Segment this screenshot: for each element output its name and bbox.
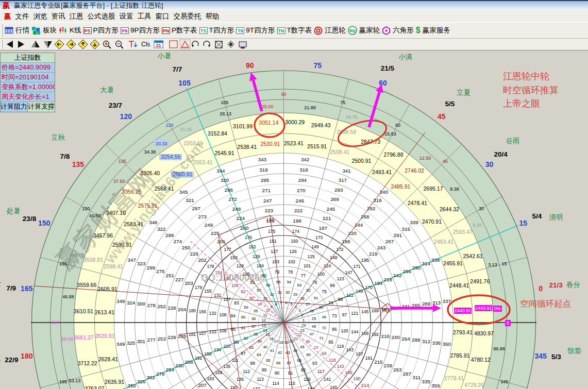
svg-text:126: 126 (290, 249, 297, 254)
svg-text:179: 179 (195, 285, 202, 290)
svg-text:221: 221 (323, 215, 331, 221)
svg-text:2470.91: 2470.91 (422, 218, 442, 225)
svg-text:251: 251 (166, 273, 174, 278)
svg-text:131: 131 (214, 293, 221, 298)
svg-text:90: 90 (281, 92, 286, 97)
svg-text:60: 60 (395, 123, 400, 128)
svg-text:44: 44 (293, 348, 297, 353)
svg-text:104: 104 (257, 263, 264, 268)
svg-text:23/7: 23/7 (109, 102, 122, 109)
svg-text:247: 247 (263, 198, 272, 204)
svg-text:66: 66 (276, 361, 280, 365)
svg-text:150: 150 (82, 206, 90, 211)
svg-text:20/4: 20/4 (494, 150, 508, 158)
svg-text:46.88: 46.88 (62, 294, 74, 299)
svg-text:18: 18 (279, 340, 283, 345)
svg-text:60: 60 (379, 79, 387, 87)
svg-text:302: 302 (147, 375, 155, 380)
svg-text:295: 295 (261, 177, 270, 183)
svg-text:65: 65 (266, 358, 270, 363)
svg-text:69: 69 (306, 352, 310, 357)
svg-text:96.88: 96.88 (493, 346, 505, 351)
svg-text:57: 57 (257, 288, 261, 293)
svg-text:326: 326 (137, 379, 146, 384)
svg-text:39: 39 (258, 339, 262, 344)
svg-text:205: 205 (178, 333, 187, 339)
svg-text:320: 320 (221, 177, 229, 183)
svg-text:141: 141 (324, 377, 331, 382)
svg-text:73: 73 (332, 313, 337, 318)
svg-text:7/9: 7/9 (6, 284, 16, 292)
svg-text:274: 274 (174, 239, 182, 244)
svg-text:120: 120 (341, 328, 348, 333)
svg-text:133: 133 (209, 329, 216, 334)
svg-text:290: 290 (412, 265, 421, 270)
svg-text:2455.91: 2455.91 (443, 260, 463, 266)
svg-text:245: 245 (327, 206, 335, 212)
svg-text:54: 54 (287, 280, 291, 284)
svg-text:350: 350 (128, 383, 137, 388)
svg-text:278: 278 (156, 371, 165, 377)
svg-text:118: 118 (329, 358, 336, 363)
svg-text:293: 293 (334, 187, 343, 193)
svg-text:91: 91 (288, 370, 293, 376)
svg-text:18.75: 18.75 (346, 114, 358, 120)
svg-text:160: 160 (230, 385, 238, 389)
svg-text:202: 202 (198, 257, 206, 263)
svg-text:29: 29 (293, 292, 297, 297)
svg-text:117: 117 (317, 369, 325, 374)
svg-text:6.25: 6.25 (473, 223, 482, 228)
svg-text:180: 180 (52, 320, 59, 325)
svg-text:2500.91: 2500.91 (351, 158, 371, 164)
svg-text:45: 45 (438, 112, 446, 121)
svg-text:165: 165 (21, 284, 33, 293)
svg-text:109: 109 (219, 328, 226, 333)
svg-text:93: 93 (312, 361, 317, 366)
svg-text:206: 206 (184, 359, 193, 365)
svg-text:25.00: 25.00 (262, 104, 274, 109)
svg-text:52: 52 (306, 288, 310, 293)
svg-text:113: 113 (257, 377, 264, 382)
svg-text:246: 246 (296, 198, 305, 204)
svg-text:2493.41: 2493.41 (372, 169, 392, 175)
svg-text:153: 153 (230, 255, 238, 260)
svg-text:96: 96 (332, 327, 337, 332)
svg-text:立夏: 立夏 (457, 89, 471, 96)
svg-text:77: 77 (301, 273, 306, 278)
svg-text:36: 36 (251, 316, 256, 321)
svg-text:2: 2 (301, 313, 303, 317)
svg-text:313: 313 (432, 300, 441, 306)
svg-text:287: 287 (403, 371, 411, 377)
svg-text:339: 339 (410, 219, 418, 225)
svg-text:268: 268 (361, 214, 369, 219)
svg-text:242: 242 (393, 273, 401, 278)
svg-text:273: 273 (198, 214, 207, 219)
svg-text:107: 107 (224, 297, 231, 302)
svg-text:43: 43 (285, 350, 290, 355)
svg-text:155: 155 (205, 289, 212, 294)
svg-text:170: 170 (365, 285, 373, 290)
svg-text:26: 26 (310, 309, 314, 313)
svg-text:134: 134 (214, 347, 221, 352)
svg-text:146: 146 (356, 289, 363, 294)
svg-text:7: 7 (280, 300, 282, 305)
svg-text:4: 4 (295, 305, 297, 309)
svg-text:272: 272 (228, 196, 237, 202)
svg-text:166: 166 (345, 370, 352, 375)
svg-text:58: 58 (249, 296, 254, 300)
svg-text:谷雨: 谷雨 (506, 137, 519, 145)
svg-text:75: 75 (340, 100, 345, 105)
svg-text:15.63: 15.63 (384, 131, 396, 137)
svg-text:11: 11 (263, 313, 267, 317)
svg-text:34: 34 (258, 302, 262, 307)
svg-text:203: 203 (184, 280, 193, 286)
svg-text:28.13: 28.13 (220, 111, 231, 116)
svg-text:214: 214 (361, 382, 369, 388)
svg-text:87: 87 (241, 351, 246, 356)
svg-text:348: 348 (116, 298, 125, 304)
svg-text:春分: 春分 (566, 281, 580, 289)
svg-text:201: 201 (217, 239, 225, 244)
svg-text:32: 32 (270, 292, 274, 297)
svg-text:311: 311 (412, 375, 421, 380)
svg-text:151: 151 (270, 239, 277, 244)
